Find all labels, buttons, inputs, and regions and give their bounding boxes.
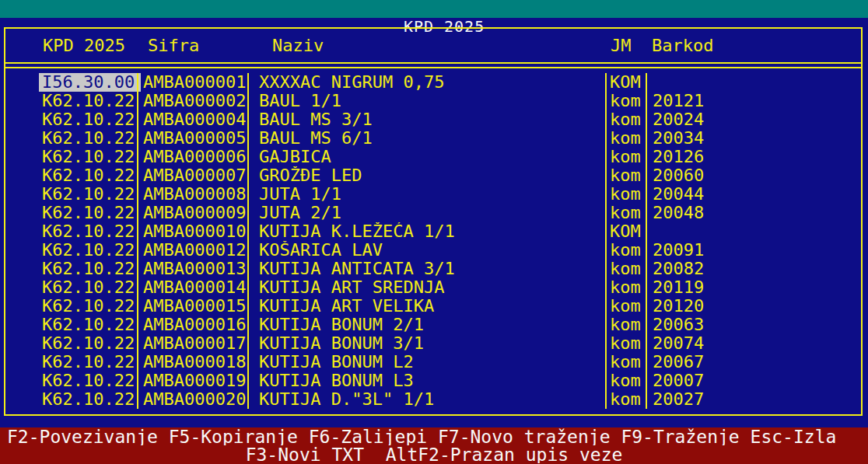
cell-sifra: AMBA000019 (137, 372, 247, 390)
function-key-bar: F2-Povezivanje F5-Kopiranje F6-Zalijepi … (0, 427, 868, 464)
cell-naziv: BAUL MS 3/1 (247, 110, 605, 129)
table-row[interactable]: K62.10.22 AMBA000004 BAUL MS 3/1 kom 200… (5, 110, 861, 129)
cell-sifra: AMBA000004 (137, 110, 247, 129)
cell-kpd: K62.10.22 (39, 148, 141, 166)
cell-barkod: 20091 (646, 241, 861, 260)
cell-naziv: KUTIJA BONUM L3 (247, 372, 605, 390)
column-header-kpd: KPD 2025 (43, 36, 125, 56)
cell-sifra: AMBA000015 (137, 297, 247, 316)
cell-kpd: K62.10.22 (39, 92, 141, 110)
cell-jm: kom (605, 204, 646, 222)
cell-jm: kom (605, 372, 646, 390)
cell-naziv: KUTIJA K.LEŽEĆA 1/1 (247, 222, 605, 241)
cell-kpd: K62.10.22 (39, 129, 141, 148)
table-row[interactable]: K62.10.22 AMBA000019 KUTIJA BONUM L3 kom… (5, 372, 861, 390)
key-hint: F6-Zalijepi (309, 427, 427, 445)
cell-barkod: 20126 (646, 148, 861, 166)
table-row[interactable]: K62.10.22 AMBA000017 KUTIJA BONUM 3/1 ko… (5, 334, 861, 353)
table-row[interactable]: K62.10.22 AMBA000008 JUTA 1/1 kom 20044 (5, 185, 861, 204)
cell-sifra: AMBA000001 (137, 73, 247, 92)
cell-kpd: K62.10.22 (39, 278, 141, 297)
cell-sifra: AMBA000017 (137, 334, 247, 353)
cell-kpd: K62.10.22 (39, 372, 141, 390)
cell-jm: kom (605, 148, 646, 166)
cell-jm: KOM (605, 73, 646, 92)
cell-kpd[interactable]: I56.30.00 (39, 73, 141, 92)
cell-barkod: 20044 (646, 185, 861, 204)
cell-sifra: AMBA000012 (137, 241, 247, 260)
table-row[interactable]: K62.10.22 AMBA000010 KUTIJA K.LEŽEĆA 1/1… (5, 222, 861, 241)
column-header-naziv: Naziv (272, 36, 324, 56)
cell-kpd: K62.10.22 (39, 260, 141, 278)
table-row[interactable]: K62.10.22 AMBA000012 KOŠARICA LAV kom 20… (5, 241, 861, 260)
cell-jm: kom (605, 241, 646, 260)
column-header-jm: JM (611, 36, 632, 56)
cell-kpd: K62.10.22 (39, 185, 141, 204)
cell-jm: KOM (605, 222, 646, 241)
cell-sifra: AMBA000014 (137, 278, 247, 297)
cell-kpd: K62.10.22 (39, 110, 141, 129)
cell-naziv: JUTA 2/1 (247, 204, 605, 222)
table-row[interactable]: I56.30.00 AMBA000001 XXXXAC NIGRUM 0,75 … (5, 73, 861, 92)
browse-table-box: KPD 2025 Sifra Naziv JM Barkod I56.30.00… (4, 27, 863, 416)
cell-sifra: AMBA000020 (137, 390, 247, 409)
cell-jm: kom (605, 278, 646, 297)
cell-naziv: KUTIJA ART SREDNJA (247, 278, 605, 297)
key-hint: F9-Traženje (621, 427, 739, 445)
key-hint: F7-Novo traženje (438, 427, 611, 445)
cell-naziv: XXXXAC NIGRUM 0,75 (247, 73, 605, 92)
cell-naziv: BAUL MS 6/1 (247, 129, 605, 148)
column-header-barkod: Barkod (652, 36, 713, 56)
function-key-line-2: F3-Novi TXT AltF2-Prazan upis veze (0, 445, 868, 463)
cell-sifra: AMBA000010 (137, 222, 247, 241)
table-row[interactable]: K62.10.22 AMBA000018 KUTIJA BONUM L2 kom… (5, 353, 861, 372)
cell-barkod: 20119 (646, 278, 861, 297)
cell-sifra: AMBA000018 (137, 353, 247, 372)
cell-kpd: K62.10.22 (39, 222, 141, 241)
cell-kpd: K62.10.22 (39, 390, 141, 409)
cell-jm: kom (605, 390, 646, 409)
key-hint: F5-Kopiranje (169, 427, 298, 445)
screen: { "title_bar": { "title": "KPD 2025" }, … (0, 0, 868, 464)
cell-sifra: AMBA000007 (137, 166, 247, 185)
cell-naziv: KUTIJA BONUM 3/1 (247, 334, 605, 353)
table-row[interactable]: K62.10.22 AMBA000016 KUTIJA BONUM 2/1 ko… (5, 316, 861, 334)
table-row[interactable]: K62.10.22 AMBA000006 GAJBICA kom 20126 (5, 148, 861, 166)
cell-jm: kom (605, 316, 646, 334)
cell-kpd: K62.10.22 (39, 334, 141, 353)
table-row[interactable]: K62.10.22 AMBA000002 BAUL 1/1 kom 20121 (5, 92, 861, 110)
table-row[interactable]: K62.10.22 AMBA000009 JUTA 2/1 kom 20048 (5, 204, 861, 222)
cell-barkod: 20060 (646, 166, 861, 185)
cell-jm: kom (605, 110, 646, 129)
cell-naziv: KUTIJA D."3L" 1/1 (247, 390, 605, 409)
cell-naziv: GAJBICA (247, 148, 605, 166)
cell-barkod: 20027 (646, 390, 861, 409)
cell-jm: kom (605, 185, 646, 204)
cell-jm: kom (605, 92, 646, 110)
table-row[interactable]: K62.10.22 AMBA000020 KUTIJA D."3L" 1/1 k… (5, 390, 861, 409)
cell-barkod: 20063 (646, 316, 861, 334)
cell-jm: kom (605, 260, 646, 278)
cell-naziv: KOŠARICA LAV (247, 241, 605, 260)
cell-barkod: 20048 (646, 204, 861, 222)
cell-kpd: K62.10.22 (39, 204, 141, 222)
function-key-line-1: F2-Povezivanje F5-Kopiranje F6-Zalijepi … (0, 427, 868, 445)
cell-sifra: AMBA000008 (137, 185, 247, 204)
table-row[interactable]: K62.10.22 AMBA000015 KUTIJA ART VELIKA k… (5, 297, 861, 316)
cell-kpd: K62.10.22 (39, 241, 141, 260)
title-bar: KPD 2025 (0, 0, 868, 18)
table-row[interactable]: K62.10.22 AMBA000014 KUTIJA ART SREDNJA … (5, 278, 861, 297)
table-row[interactable]: K62.10.22 AMBA000007 GROŽĐE LED kom 2006… (5, 166, 861, 185)
cell-barkod (646, 73, 861, 92)
cell-sifra: AMBA000016 (137, 316, 247, 334)
cell-naziv: GROŽĐE LED (247, 166, 605, 185)
table-row[interactable]: K62.10.22 AMBA000005 BAUL MS 6/1 kom 200… (5, 129, 861, 148)
cell-barkod (646, 222, 861, 241)
cell-sifra: AMBA000013 (137, 260, 247, 278)
table-row[interactable]: K62.10.22 AMBA000013 KUTIJA ANTICATA 3/1… (5, 260, 861, 278)
cell-naziv: KUTIJA ART VELIKA (247, 297, 605, 316)
cell-jm: kom (605, 166, 646, 185)
cell-barkod: 20067 (646, 353, 861, 372)
key-hint: F3-Novi TXT (246, 445, 364, 463)
cell-naziv: KUTIJA ANTICATA 3/1 (247, 260, 605, 278)
